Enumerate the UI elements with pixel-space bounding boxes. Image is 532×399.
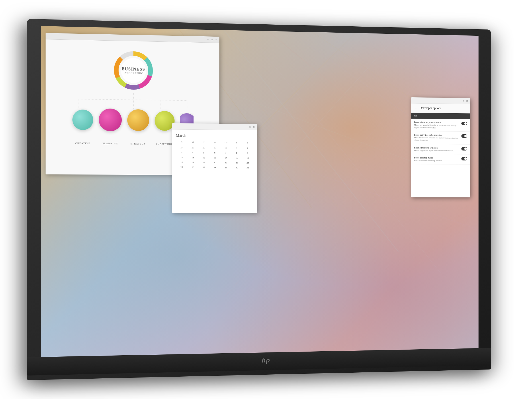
cal-close-button[interactable]: ✕: [252, 126, 255, 129]
label-creative: CREATIVE: [75, 142, 90, 145]
circle-item-creative: CREATIVE: [72, 109, 93, 145]
cal-day: 27: [198, 165, 209, 170]
cal-day: 10: [176, 155, 187, 160]
svg-line-22: [78, 99, 188, 101]
dev-maximize-button[interactable]: □: [462, 99, 465, 102]
label-planning: PLANNING: [102, 142, 118, 145]
cal-day: 23: [231, 160, 242, 165]
dev-option-3-text: Enable freeform windows Enable support f…: [414, 146, 459, 152]
dev-option-2-text: Force activities to be resizable Make al…: [414, 133, 459, 142]
cal-week-1: 27 28 29 30 11 1 2: [176, 145, 253, 150]
label-strategy: STRATEGY: [130, 142, 146, 145]
calendar-window: □ ✕ March S M T: [172, 123, 257, 213]
cal-day: 15: [231, 155, 242, 160]
bubble-teamwork: [155, 111, 175, 131]
donut-title-line1: BUSINESS: [122, 66, 145, 72]
cal-maximize-button[interactable]: □: [248, 126, 251, 129]
cal-header-s1: S: [176, 140, 187, 144]
cal-day: 28: [187, 145, 198, 150]
svg-text:hp: hp: [262, 356, 270, 364]
minimize-button[interactable]: —: [206, 38, 209, 41]
dev-toggle-1[interactable]: [461, 122, 467, 125]
bubble-strategy: [127, 109, 149, 131]
cal-day: 22: [220, 160, 231, 165]
dev-toggle-3[interactable]: [461, 147, 467, 151]
cal-week-5: 25 26 27 28 29 30 31: [176, 165, 253, 170]
tree-lines-svg: [55, 92, 210, 110]
cal-day: 5: [198, 150, 209, 155]
dev-close-button[interactable]: ✕: [466, 100, 468, 103]
dev-option-2-desc: Make all activities resizable for multi-…: [414, 137, 459, 142]
dev-option-4: Force desktop mode Force experimental de…: [411, 154, 470, 165]
cal-week-3: 10 11 12 13 14 15 16: [176, 155, 253, 160]
cal-day: 27: [176, 145, 187, 150]
label-teamwork: TEAMWORK: [156, 142, 173, 145]
cal-day: 31: [242, 165, 253, 170]
bubble-planning: [99, 108, 122, 131]
cal-day: 6: [209, 150, 221, 155]
cal-day: 17: [176, 160, 187, 165]
dev-option-2: Force activities to be resizable Make al…: [411, 131, 470, 144]
hp-logo: hp: [262, 356, 270, 367]
cal-day: 12: [198, 155, 209, 160]
dev-toggle-4[interactable]: [461, 157, 467, 160]
cal-day: 29: [220, 165, 231, 170]
dev-header: ← Developer options: [411, 103, 470, 113]
dev-option-4-desc: Force experimental desktop mode on: [414, 159, 459, 162]
cal-header-s2: S: [242, 141, 253, 144]
cal-day: 13: [209, 155, 221, 160]
calendar-month: March: [176, 133, 253, 138]
cal-header-f: F: [231, 141, 242, 144]
circle-item-planning: PLANNING: [99, 108, 122, 145]
cal-day: 14: [220, 155, 231, 160]
dev-status-text: On: [414, 114, 417, 117]
dev-option-1-title: Force allow apps on external: [414, 121, 459, 124]
developer-options-window: □ ✕ ← Developer options On: [411, 97, 470, 197]
cal-day: 30: [209, 146, 221, 150]
monitor-outer: — □ ✕: [22, 11, 510, 388]
cal-day: 11: [220, 146, 231, 150]
cal-day: 3: [176, 150, 187, 155]
dev-option-2-title: Force activities to be resizable: [414, 133, 459, 136]
dev-option-1-text: Force allow apps on external Makes any a…: [414, 121, 459, 129]
cal-header-t1: T: [198, 141, 209, 144]
cal-day: 9: [242, 151, 253, 155]
calendar-body-rows: 27 28 29 30 11 1 2 3: [176, 145, 253, 170]
donut-title-line2: INFOGRAPHIC: [122, 71, 145, 75]
cal-day: 11: [187, 155, 198, 160]
cal-day: 2: [242, 146, 253, 150]
cal-day: 29: [198, 146, 209, 150]
circle-item-strategy: STRATEGY: [127, 109, 149, 145]
cal-day: 20: [209, 160, 221, 165]
dev-option-3-desc: Enable support for experimental freeform…: [414, 149, 459, 152]
donut-chart: BUSINESS INFOGRAPHIC: [111, 47, 156, 93]
cal-day: 30: [231, 165, 242, 170]
dev-option-4-title: Force desktop mode: [414, 156, 459, 159]
dev-options-title: Developer options: [420, 106, 441, 110]
monitor-bezel: — □ ✕: [27, 19, 491, 380]
cal-day: 19: [198, 160, 209, 165]
donut-label: BUSINESS INFOGRAPHIC: [122, 66, 145, 74]
cal-day: 8: [231, 151, 242, 155]
cal-day: 25: [176, 165, 187, 169]
calendar-header-row: S M T W TH F S: [176, 140, 253, 145]
cal-day: 18: [187, 160, 198, 165]
dev-option-1: Force allow apps on external Makes any a…: [411, 119, 470, 132]
cal-week-2: 3 4 5 6 7 8 9: [176, 150, 253, 155]
cal-header-w: W: [209, 141, 221, 144]
cal-day: 7: [220, 151, 231, 155]
screen-area: — □ ✕: [41, 26, 479, 357]
close-button[interactable]: ✕: [214, 38, 217, 41]
cal-week-4: 17 18 19 20 22 23 24: [176, 160, 253, 165]
cal-day: 1: [231, 146, 242, 150]
circle-item-teamwork: TEAMWORK: [155, 111, 175, 145]
dev-back-icon[interactable]: ←: [414, 106, 417, 110]
maximize-button[interactable]: □: [210, 38, 214, 41]
cal-day: 4: [187, 150, 198, 155]
dev-titlebar: □ ✕: [411, 97, 470, 104]
calendar-grid: S M T W TH F S: [176, 140, 253, 171]
dev-toggle-2[interactable]: [461, 134, 467, 138]
dev-option-3-title: Enable freeform windows: [414, 146, 459, 149]
dev-option-4-text: Force desktop mode Force experimental de…: [414, 156, 459, 162]
calendar-body: March S M T W TH F: [172, 129, 257, 174]
